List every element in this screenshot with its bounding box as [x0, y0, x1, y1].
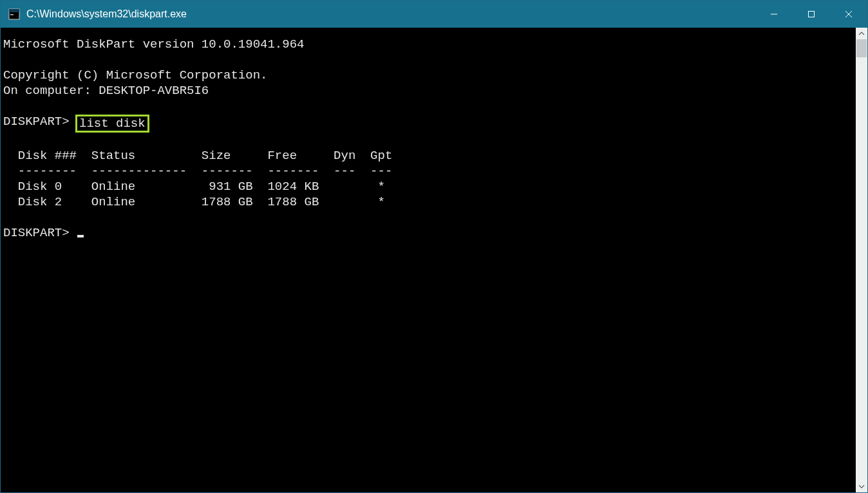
- table-row: Disk 0 Online 931 GB 1024 KB *: [3, 180, 385, 194]
- svg-rect-2: [10, 14, 14, 15]
- content-area: Microsoft DiskPart version 10.0.19041.96…: [1, 28, 867, 492]
- svg-rect-4: [809, 12, 815, 17]
- close-button[interactable]: [830, 1, 867, 28]
- diskpart-window: C:\Windows\system32\diskpart.exe Microso…: [0, 0, 868, 493]
- copyright-line: Copyright (C) Microsoft Corporation.: [3, 68, 267, 82]
- minimize-button[interactable]: [755, 1, 793, 28]
- computer-line: On computer: DESKTOP-AVBR5I6: [3, 84, 209, 98]
- table-row: Disk 2 Online 1788 GB 1788 GB *: [3, 195, 385, 209]
- window-controls: [755, 1, 867, 28]
- scroll-track[interactable]: [856, 39, 867, 481]
- scroll-thumb[interactable]: [856, 39, 867, 57]
- table-header: Disk ### Status Size Free Dyn Gpt: [3, 149, 392, 163]
- command-highlight: list disk: [75, 115, 149, 133]
- titlebar[interactable]: C:\Windows\system32\diskpart.exe: [1, 1, 867, 28]
- scroll-down-arrow-icon[interactable]: [856, 481, 867, 492]
- prompt-2: DISKPART>: [3, 226, 77, 240]
- svg-rect-1: [9, 9, 19, 12]
- app-icon: [8, 8, 20, 20]
- vertical-scrollbar[interactable]: [856, 28, 867, 492]
- window-title: C:\Windows\system32\diskpart.exe: [26, 8, 755, 20]
- table-divider: -------- ------------- ------- ------- -…: [3, 164, 392, 178]
- maximize-button[interactable]: [793, 1, 830, 28]
- prompt-1-prefix: DISKPART>: [3, 115, 77, 129]
- scroll-up-arrow-icon[interactable]: [856, 28, 867, 39]
- cursor: [77, 235, 84, 237]
- command-text: list disk: [79, 116, 146, 131]
- version-line: Microsoft DiskPart version 10.0.19041.96…: [3, 37, 304, 51]
- terminal-output[interactable]: Microsoft DiskPart version 10.0.19041.96…: [1, 28, 856, 492]
